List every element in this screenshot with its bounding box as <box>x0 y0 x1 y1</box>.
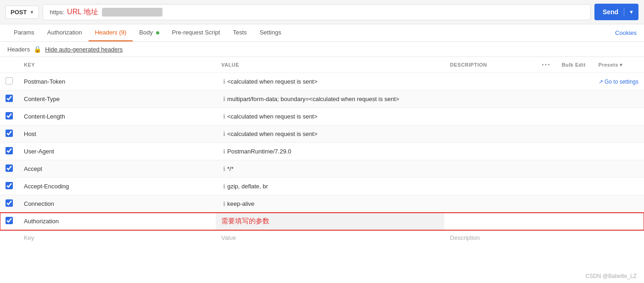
row-description <box>444 125 536 143</box>
section-label: Headers <box>7 46 30 53</box>
info-icon[interactable]: ℹ <box>223 113 225 120</box>
row-key: Host <box>24 130 36 137</box>
tab-settings-label: Settings <box>260 29 281 36</box>
row-checkbox[interactable] <box>6 199 13 207</box>
row-description <box>444 178 536 195</box>
info-icon[interactable]: ℹ <box>223 200 225 207</box>
tab-authorization[interactable]: Authorization <box>41 24 89 41</box>
table-row: User-AgentℹPostmanRuntime/7.29.0 <box>0 143 644 160</box>
send-button[interactable]: Send ▼ <box>594 4 638 20</box>
row-value: keep-alive <box>227 200 254 207</box>
more-icon[interactable]: ··· <box>542 61 550 68</box>
top-bar: POST ▼ https: URL 地址 Send ▼ <box>0 0 644 24</box>
col-description: DESCRIPTION <box>444 57 536 73</box>
method-select[interactable]: POST ▼ <box>6 6 39 19</box>
table-row: Connectionℹkeep-alive <box>0 195 644 213</box>
row-checkbox[interactable] <box>6 217 13 224</box>
col-extra: ··· <box>536 57 556 73</box>
tab-tests-label: Tests <box>233 29 246 36</box>
row-checkbox[interactable] <box>6 130 13 137</box>
row-value: multipart/form-data; boundary=<calculate… <box>227 96 399 102</box>
goto-settings-link[interactable]: ↗ Go to settings <box>599 79 638 85</box>
row-description <box>444 195 536 213</box>
cookies-link[interactable]: Cookies <box>615 25 637 41</box>
new-row: KeyValueDescription <box>0 230 644 246</box>
row-checkbox[interactable] <box>6 95 13 102</box>
row-checkbox[interactable] <box>6 147 13 154</box>
sub-header: Headers 🔒 Hide auto-generated headers <box>0 42 644 57</box>
row-value: 需要填写的参数 <box>221 217 269 226</box>
row-description <box>444 91 536 108</box>
row-description <box>444 108 536 125</box>
tab-headers-label: Headers (9) <box>95 29 127 36</box>
tab-tests[interactable]: Tests <box>226 24 253 41</box>
row-description <box>444 160 536 178</box>
url-text: URL 地址 <box>67 7 98 17</box>
col-presets: Presets ▾ <box>593 57 644 73</box>
info-icon[interactable]: ℹ <box>223 96 225 102</box>
row-key: User-Agent <box>24 148 54 155</box>
tab-params-label: Params <box>14 29 34 36</box>
table-header-row: KEY VALUE DESCRIPTION ··· Bulk Edit Pres… <box>0 57 644 73</box>
tabs-row: Params Authorization Headers (9) Body Pr… <box>0 24 644 42</box>
tab-authorization-label: Authorization <box>47 29 82 36</box>
table-row: Content-Typeℹmultipart/form-data; bounda… <box>0 91 644 108</box>
row-description <box>444 213 536 230</box>
row-value: gzip, deflate, br <box>227 183 268 190</box>
tab-body-label: Body <box>139 29 153 36</box>
table-row: Authorization需要填写的参数 <box>0 213 644 230</box>
tab-prerequest[interactable]: Pre-request Script <box>166 24 227 41</box>
info-icon[interactable]: ℹ <box>223 130 225 137</box>
row-key: Accept-Encoding <box>24 183 69 190</box>
col-check <box>0 57 18 73</box>
row-key: Accept <box>24 165 42 172</box>
row-value: <calculated when request is sent> <box>227 113 318 120</box>
row-value: */* <box>227 165 234 172</box>
table-row: Postman-Tokenℹ<calculated when request i… <box>0 73 644 91</box>
row-description <box>444 73 536 91</box>
headers-table: KEY VALUE DESCRIPTION ··· Bulk Edit Pres… <box>0 57 644 245</box>
tab-headers[interactable]: Headers (9) <box>89 24 133 41</box>
row-description <box>444 143 536 160</box>
body-dot <box>156 31 159 34</box>
url-bar[interactable]: https: URL 地址 <box>43 4 591 20</box>
row-key: Connection <box>24 200 54 207</box>
hide-autogenerated-link[interactable]: Hide auto-generated headers <box>45 46 123 53</box>
tab-prerequest-label: Pre-request Script <box>172 29 220 36</box>
tab-body[interactable]: Body <box>133 24 165 41</box>
eye-icon: 🔒 <box>34 45 41 53</box>
row-key: Content-Length <box>24 113 65 120</box>
tab-settings[interactable]: Settings <box>253 24 288 41</box>
method-chevron: ▼ <box>29 10 34 15</box>
row-checkbox[interactable] <box>6 77 13 85</box>
col-bulk-edit: Bulk Edit <box>556 57 593 73</box>
info-icon[interactable]: ℹ <box>223 78 225 85</box>
row-checkbox[interactable] <box>6 112 13 119</box>
row-value: PostmanRuntime/7.29.0 <box>227 148 291 155</box>
row-checkbox[interactable] <box>6 182 13 189</box>
row-key: Content-Type <box>24 96 60 102</box>
send-chevron: ▼ <box>624 9 638 15</box>
table-row: Hostℹ<calculated when request is sent> <box>0 125 644 143</box>
info-icon[interactable]: ℹ <box>223 165 225 172</box>
row-value: <calculated when request is sent> <box>227 130 318 137</box>
url-blurred <box>102 8 162 17</box>
row-value: <calculated when request is sent> <box>227 78 318 85</box>
url-scheme: https: <box>50 9 64 16</box>
row-checkbox[interactable] <box>6 164 13 172</box>
info-icon[interactable]: ℹ <box>223 183 225 190</box>
method-label: POST <box>11 9 27 16</box>
col-key: KEY <box>18 57 216 73</box>
row-key: Authorization <box>24 218 59 225</box>
table-row: Accept-Encodingℹgzip, deflate, br <box>0 178 644 195</box>
table-row: Content-Lengthℹ<calculated when request … <box>0 108 644 125</box>
info-icon[interactable]: ℹ <box>223 148 225 155</box>
send-label: Send <box>603 8 624 16</box>
tab-params[interactable]: Params <box>7 24 41 41</box>
row-key: Postman-Token <box>24 78 65 85</box>
table-row: Acceptℹ*/* <box>0 160 644 178</box>
col-value: VALUE <box>216 57 444 73</box>
